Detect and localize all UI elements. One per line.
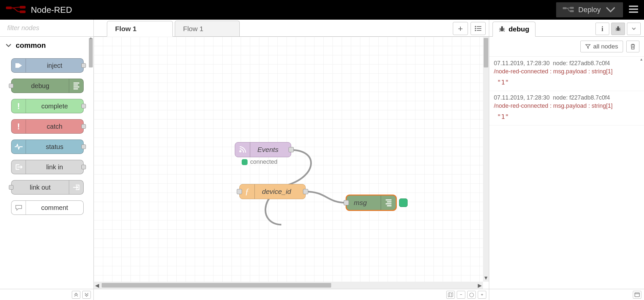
workspace-canvas-wrap: Events connected ƒ device_id bbox=[94, 37, 489, 289]
app-title: Node-RED bbox=[31, 5, 72, 15]
debug-timestamp: 07.11.2019, 17:28:30 bbox=[494, 60, 550, 66]
chevrons-down-icon bbox=[85, 293, 89, 297]
zoom-in-button[interactable]: + bbox=[478, 291, 486, 299]
sidebar-toolbar: all nodes bbox=[489, 37, 644, 57]
debug-clear-button[interactable] bbox=[626, 41, 639, 52]
node-port-out[interactable] bbox=[303, 189, 308, 194]
palette-node-link-in[interactable]: link in bbox=[11, 160, 84, 174]
node-port-out[interactable] bbox=[81, 104, 86, 108]
debug-filter-button[interactable]: all nodes bbox=[580, 41, 623, 52]
scrollbar-thumb[interactable] bbox=[484, 38, 488, 67]
node-status-text: connected bbox=[250, 159, 277, 165]
palette-node-comment[interactable]: comment bbox=[11, 200, 84, 215]
palette-node-link-out[interactable]: link out bbox=[11, 180, 84, 195]
palette-node-list: injectdebug!complete!catchstatuslink inl… bbox=[0, 54, 93, 219]
debug-message-header: 07.11.2019, 17:28:30node: f227adb8.7c0f4 bbox=[494, 94, 639, 101]
node-port-in[interactable] bbox=[237, 189, 242, 194]
workspace-tab[interactable]: Flow 1 bbox=[175, 21, 240, 36]
svg-line-19 bbox=[499, 28, 501, 29]
navigator-button[interactable] bbox=[446, 291, 455, 299]
flow-node-debug[interactable]: msg bbox=[346, 195, 396, 210]
info-icon: i bbox=[601, 25, 603, 33]
zoom-reset-button[interactable]: ◯ bbox=[467, 291, 476, 299]
node-port-out[interactable] bbox=[81, 144, 86, 149]
svg-rect-33 bbox=[635, 293, 639, 297]
svg-line-23 bbox=[499, 31, 501, 31]
svg-rect-2 bbox=[20, 10, 26, 13]
scroll-left-arrow-icon[interactable]: ◀ bbox=[94, 282, 100, 289]
node-port-out[interactable] bbox=[81, 63, 86, 68]
svg-rect-16 bbox=[477, 30, 481, 31]
debug-message[interactable]: 07.11.2019, 17:28:30node: f227adb8.7c0f4… bbox=[489, 91, 644, 125]
sidebar-footer bbox=[489, 289, 644, 300]
palette-node-label: debug bbox=[11, 82, 69, 90]
node-port-out[interactable] bbox=[81, 124, 86, 129]
workspace-tab[interactable]: Flow 1 bbox=[107, 21, 173, 37]
hamburger-icon bbox=[629, 6, 638, 13]
zoom-out-button[interactable]: − bbox=[457, 291, 465, 299]
palette-body[interactable]: common injectdebug!complete!catchstatusl… bbox=[0, 37, 93, 289]
scroll-up-arrow-icon[interactable]: ▲ bbox=[639, 57, 644, 61]
bug-icon bbox=[615, 26, 621, 31]
sidebar-info-button[interactable]: i bbox=[595, 23, 609, 35]
workspace-canvas[interactable]: Events connected ƒ device_id bbox=[94, 37, 483, 282]
menu-button[interactable] bbox=[629, 6, 638, 14]
palette-node-catch[interactable]: !catch bbox=[11, 119, 84, 134]
add-tab-button[interactable]: + bbox=[453, 22, 468, 35]
debug-filter-label: all nodes bbox=[593, 43, 618, 50]
node-port-in[interactable] bbox=[9, 84, 13, 88]
flow-node-label: device_id bbox=[255, 188, 298, 196]
scroll-right-arrow-icon[interactable]: ▶ bbox=[476, 282, 483, 289]
node-port-in[interactable] bbox=[344, 200, 349, 205]
workspace-vertical-scrollbar[interactable]: ▼ bbox=[483, 37, 489, 282]
sidebar-tab-label: debug bbox=[509, 25, 529, 33]
sidebar-popout-button[interactable] bbox=[633, 291, 641, 299]
palette-node-inject[interactable]: inject bbox=[11, 58, 84, 73]
link-in-icon bbox=[11, 160, 26, 174]
flow-node-function[interactable]: ƒ device_id bbox=[239, 184, 306, 199]
node-port-in[interactable] bbox=[9, 185, 13, 190]
chevron-down-icon bbox=[632, 28, 636, 30]
scrollbar-thumb[interactable] bbox=[102, 283, 331, 288]
bang-icon: ! bbox=[11, 120, 26, 133]
debug-message[interactable]: 07.11.2019, 17:28:30node: f227adb8.7c0f4… bbox=[489, 57, 644, 91]
debug-active-indicator[interactable] bbox=[399, 198, 408, 207]
node-port-out[interactable] bbox=[289, 147, 294, 152]
palette-scrollbar-thumb[interactable] bbox=[89, 38, 93, 67]
events-node-icon bbox=[235, 142, 250, 157]
svg-rect-0 bbox=[6, 7, 12, 9]
palette-node-complete[interactable]: !complete bbox=[11, 99, 84, 113]
palette-category-header[interactable]: common bbox=[0, 37, 93, 54]
workspace-horizontal-scrollbar[interactable]: ◀ ▶ bbox=[94, 282, 483, 289]
sidebar-tab-debug[interactable]: debug bbox=[493, 22, 535, 37]
workspace-tabs: Flow 1 Flow 1 + bbox=[94, 20, 489, 37]
palette-node-label: status bbox=[26, 143, 83, 151]
chevrons-up-icon bbox=[74, 293, 78, 297]
sidebar-body[interactable]: 07.11.2019, 17:28:30node: f227adb8.7c0f4… bbox=[489, 57, 644, 289]
workspace: Flow 1 Flow 1 + Event bbox=[94, 20, 489, 300]
workspace-tab-actions: + bbox=[453, 22, 489, 36]
palette-search[interactable] bbox=[0, 20, 93, 37]
palette-node-debug[interactable]: debug bbox=[11, 79, 84, 93]
palette-search-input[interactable] bbox=[7, 24, 91, 32]
scroll-up-arrow-icon[interactable]: ▲ bbox=[88, 37, 93, 40]
svg-line-32 bbox=[619, 30, 621, 31]
flow-node-events[interactable]: Events connected bbox=[235, 142, 291, 157]
palette-collapse-button[interactable] bbox=[72, 291, 80, 299]
palette-expand-button[interactable] bbox=[82, 291, 91, 299]
sidebar-debug-button[interactable] bbox=[611, 23, 625, 35]
workspace-footer: − ◯ + bbox=[94, 289, 489, 300]
palette-node-label: link in bbox=[26, 163, 83, 171]
debug-value: "1" bbox=[497, 113, 639, 121]
node-port-out[interactable] bbox=[81, 165, 86, 169]
plus-icon: + bbox=[458, 24, 463, 34]
palette-node-status[interactable]: status bbox=[11, 140, 84, 154]
sidebar-dropdown-button[interactable] bbox=[627, 23, 641, 35]
svg-rect-12 bbox=[477, 26, 481, 27]
bang-icon: ! bbox=[11, 99, 26, 113]
palette: common injectdebug!complete!catchstatusl… bbox=[0, 20, 94, 300]
scroll-down-arrow-icon[interactable]: ▼ bbox=[483, 275, 489, 281]
deploy-button[interactable]: Deploy bbox=[556, 2, 623, 17]
sidebar-scrollbar[interactable]: ▲ bbox=[639, 57, 644, 289]
tab-list-button[interactable] bbox=[471, 22, 486, 35]
